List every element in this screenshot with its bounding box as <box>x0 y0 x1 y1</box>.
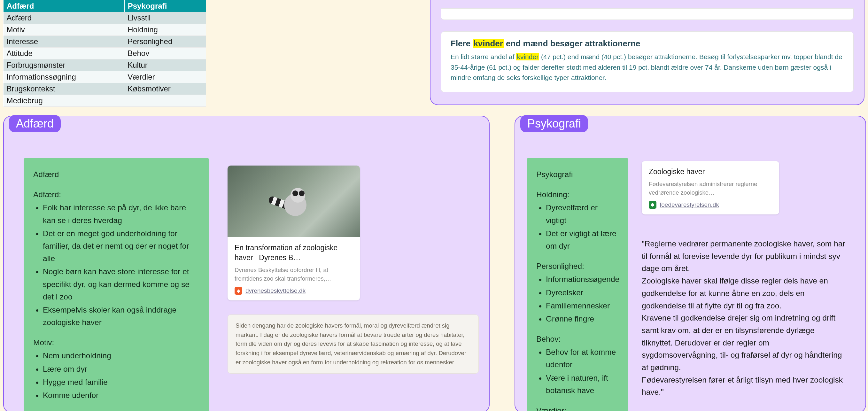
table-row: MotivHoldning <box>3 24 206 36</box>
frame-psykografi[interactable]: Psykografi Psykografi Holdning:Dyrevelfæ… <box>515 116 866 411</box>
table-cell: Forbrugsmønster <box>3 59 125 71</box>
link-card-dyrenes[interactable]: En transformation af zoologiske haver | … <box>227 165 360 301</box>
sticky-section-heading: Interesse: <box>33 409 199 411</box>
table-row: AdfærdLivsstil <box>3 12 206 24</box>
sticky-section-heading: Personlighed: <box>536 260 619 272</box>
table-cell: Personlighed <box>124 36 206 48</box>
link-card-title: Zoologiske haver <box>649 167 772 177</box>
list-item: Folk har interesse se på dyr, de ikke ba… <box>43 201 199 226</box>
table-row: ForbrugsmønsterKultur <box>3 59 206 71</box>
list-item: Det er vigtigt at lære om dyr <box>546 227 619 252</box>
link-card-url[interactable]: foedevarestyrelsen.dk <box>660 201 719 209</box>
link-card-foedevare[interactable]: Zoologiske haver Fødevarestyrelsen admin… <box>642 161 779 215</box>
sticky-list: Folk har interesse se på dyr, de ikke ba… <box>33 201 199 328</box>
table-row: InformationssøgningVærdier <box>3 71 206 83</box>
favicon-icon: ◆ <box>235 287 242 295</box>
link-card-title: En transformation af zoologiske haver | … <box>235 243 353 263</box>
list-item: Hygge med familie <box>43 376 199 388</box>
list-item: Familiemennesker <box>546 299 619 312</box>
highlight: kvinder <box>473 39 504 48</box>
table-cell <box>124 95 206 107</box>
list-item: Være i naturen, ift botanisk have <box>546 372 619 397</box>
table-cell: Motiv <box>3 24 125 36</box>
quote-block[interactable]: Siden dengang har de zoologiske havers f… <box>227 314 479 374</box>
table-row: AttitudeBehov <box>3 48 206 59</box>
list-item: Nogle børn kan have store interesse for … <box>43 265 199 303</box>
frame-label[interactable]: Adfærd <box>9 115 61 132</box>
sticky-title: Adfærd <box>33 168 199 181</box>
table-cell: Værdier <box>124 71 206 83</box>
comparison-table: Adfærd Psykografi AdfærdLivsstilMotivHol… <box>3 0 206 107</box>
list-item: Dyrevelfærd er vigtigt <box>546 201 619 226</box>
sticky-list: Dyrevelfærd er vigtigtDet er vigtigt at … <box>536 201 619 252</box>
favicon-icon: ✽ <box>649 201 656 209</box>
sticky-list: InformationssøgendeDyreelskerFamiliemenn… <box>536 273 619 325</box>
sticky-list: Nem underholdningLære om dyrHygge med fa… <box>33 349 199 402</box>
link-card-thumbnail <box>227 165 360 237</box>
lemur-image <box>275 184 313 222</box>
table-cell: Holdning <box>124 24 206 36</box>
list-item: Informationssøgende <box>546 273 619 285</box>
table-row: Mediebrug <box>3 95 206 107</box>
sticky-section-heading: Motiv: <box>33 336 199 349</box>
sticky-title: Psykografi <box>536 168 619 181</box>
link-card-desc: Dyrenes Beskyttelse opfordrer til, at fr… <box>235 266 353 283</box>
table-header: Psykografi <box>124 0 206 12</box>
link-card-desc: Fødevarestyrelsen administrerer reglerne… <box>649 180 772 197</box>
list-item: Nem underholdning <box>43 349 199 362</box>
table-cell: Mediebrug <box>3 95 125 107</box>
frame-adfaerd[interactable]: Adfærd Adfærd Adfærd:Folk har interesse … <box>3 116 490 411</box>
sticky-section-heading: Holdning: <box>536 188 619 201</box>
table-cell: Købsmotiver <box>124 83 206 95</box>
info-card-title: Flere kvinder end mænd besøger attraktio… <box>451 39 844 49</box>
sticky-note-psykografi[interactable]: Psykografi Holdning:Dyrevelfærd er vigti… <box>527 158 628 411</box>
sticky-section-heading: Adfærd: <box>33 188 199 201</box>
table-header: Adfærd <box>3 0 125 12</box>
table-cell: Kultur <box>124 59 206 71</box>
list-item: Lære om dyr <box>43 363 199 375</box>
sticky-section-heading: Behov: <box>536 333 619 345</box>
sticky-list: Behov for at komme udenforVære i naturen… <box>536 346 619 397</box>
table-cell: Brugskontekst <box>3 83 125 95</box>
list-item: Behov for at komme udenfor <box>546 346 619 371</box>
sticky-section-heading: Værdier: <box>536 404 619 411</box>
info-card[interactable]: Flere kvinder end mænd besøger attraktio… <box>441 31 854 92</box>
table-cell: Informationssøgning <box>3 71 125 83</box>
info-card-body: En lidt større andel af kvinder (47 pct.… <box>451 52 844 83</box>
list-item: Komme udenfor <box>43 389 199 402</box>
highlight: kvinder <box>516 53 539 60</box>
table-cell: Behov <box>124 48 206 59</box>
table-row: InteressePersonlighed <box>3 36 206 48</box>
list-item: Grønne fingre <box>546 313 619 325</box>
info-panel: Flere kvinder end mænd besøger attraktio… <box>430 0 865 105</box>
card-spacer <box>441 8 854 20</box>
list-item: Eksempelvis skoler kan også inddrage zoo… <box>43 304 199 328</box>
table-cell: Attitude <box>3 48 125 59</box>
sticky-note-adfaerd[interactable]: Adfærd Adfærd:Folk har interesse se på d… <box>24 158 209 411</box>
table-row: BrugskontekstKøbsmotiver <box>3 83 206 95</box>
table-cell: Livsstil <box>124 12 206 24</box>
table-cell: Adfærd <box>3 12 125 24</box>
frame-label[interactable]: Psykografi <box>520 115 588 132</box>
list-item: Dyreelsker <box>546 286 619 299</box>
table-cell: Interesse <box>3 36 125 48</box>
list-item: Det er en meget god underholdning for fa… <box>43 227 199 265</box>
text-block-regler[interactable]: "Reglerne vedrører permanente zoologiske… <box>642 238 846 399</box>
link-card-url[interactable]: dyrenesbeskyttelse.dk <box>245 287 306 294</box>
